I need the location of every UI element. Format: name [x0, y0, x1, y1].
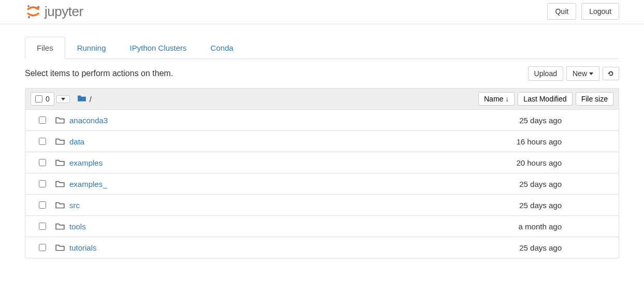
folder-icon [55, 158, 65, 167]
file-row: anaconda325 days ago [25, 110, 619, 131]
item-name[interactable]: tutorials [69, 243, 489, 252]
file-row: src25 days ago [25, 195, 619, 216]
upload-button[interactable]: Upload [528, 66, 563, 81]
select-all-control[interactable]: 0 [31, 92, 54, 106]
list-header: 0 / Name ↓ Last Modified File size [25, 88, 619, 110]
folder-icon [55, 115, 65, 125]
row-checkbox[interactable] [39, 244, 46, 251]
item-modified: 16 hours ago [489, 137, 613, 146]
item-name[interactable]: examples [69, 158, 489, 167]
item-name[interactable]: tools [69, 222, 489, 231]
file-row: data16 hours ago [25, 131, 619, 152]
refresh-button[interactable] [603, 67, 619, 80]
header-buttons: Quit Logout [547, 3, 619, 20]
file-row: examples_25 days ago [25, 173, 619, 195]
sort-name-button[interactable]: Name ↓ [478, 92, 515, 106]
item-modified: 25 days ago [489, 180, 613, 188]
row-checkbox[interactable] [39, 116, 46, 124]
folder-icon [55, 222, 65, 231]
select-all-checkbox[interactable] [35, 95, 42, 103]
action-hint: Select items to perform actions on them. [25, 69, 173, 78]
svg-point-2 [28, 16, 30, 18]
file-row: tutorials25 days ago [25, 237, 619, 258]
brand-text: jupyter [45, 4, 83, 20]
jupyter-icon [25, 3, 41, 20]
row-checkbox[interactable] [39, 159, 46, 166]
folder-root-icon[interactable] [77, 94, 86, 105]
breadcrumb-root: / [90, 95, 92, 104]
tab-clusters[interactable]: IPython Clusters [118, 37, 199, 59]
item-modified: 25 days ago [489, 201, 613, 210]
item-name[interactable]: examples_ [69, 180, 489, 188]
content: Files Running IPython Clusters Conda Sel… [0, 37, 644, 258]
row-checkbox[interactable] [39, 223, 46, 230]
tabs: Files Running IPython Clusters Conda [25, 37, 619, 59]
sort-name-label: Name [484, 95, 503, 103]
item-modified: 25 days ago [489, 116, 613, 125]
action-buttons: Upload New [528, 66, 619, 81]
quit-button[interactable]: Quit [547, 3, 576, 20]
selected-count: 0 [46, 95, 50, 103]
svg-point-0 [27, 5, 30, 7]
select-box: 0 / [31, 92, 92, 106]
file-row: examples20 hours ago [25, 152, 619, 173]
sort-size-button[interactable]: File size [576, 92, 613, 106]
item-name[interactable]: src [69, 201, 489, 210]
caret-down-icon [589, 72, 593, 75]
folder-icon [55, 179, 65, 188]
logout-button[interactable]: Logout [581, 3, 619, 20]
row-checkbox[interactable] [39, 138, 46, 145]
tab-conda[interactable]: Conda [199, 37, 245, 59]
item-modified: 20 hours ago [489, 158, 613, 167]
breadcrumb: / [77, 94, 92, 105]
file-row: toolsa month ago [25, 216, 619, 237]
header: jupyter Quit Logout [0, 0, 644, 24]
row-checkbox[interactable] [39, 180, 46, 187]
sort-buttons: Name ↓ Last Modified File size [478, 92, 613, 106]
folder-icon [55, 243, 65, 252]
tab-running[interactable]: Running [65, 37, 118, 59]
item-modified: a month ago [489, 222, 613, 231]
tab-files[interactable]: Files [25, 37, 65, 59]
folder-icon [55, 137, 65, 146]
new-button-label: New [573, 69, 587, 78]
select-dropdown[interactable] [56, 95, 70, 103]
item-name[interactable]: anaconda3 [69, 116, 489, 125]
new-button[interactable]: New [566, 66, 599, 81]
folder-icon [55, 200, 65, 210]
refresh-icon [607, 70, 614, 77]
caret-down-icon [61, 98, 65, 100]
item-name[interactable]: data [69, 137, 489, 146]
row-checkbox[interactable] [39, 201, 46, 209]
logo[interactable]: jupyter [25, 3, 83, 20]
file-list: anaconda325 days agodata16 hours agoexam… [25, 110, 619, 258]
arrow-down-icon: ↓ [505, 95, 509, 103]
item-modified: 25 days ago [489, 243, 613, 252]
action-bar: Select items to perform actions on them.… [25, 59, 619, 88]
sort-modified-button[interactable]: Last Modified [518, 92, 572, 106]
